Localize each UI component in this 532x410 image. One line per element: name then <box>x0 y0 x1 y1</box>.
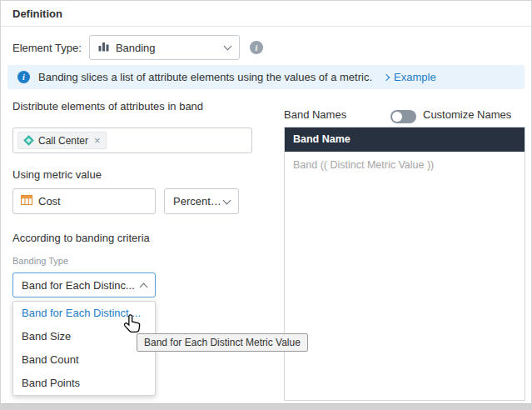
band-names-table: Band Name Band (( Distinct Metric Value … <box>284 127 525 401</box>
title-divider <box>1 26 531 27</box>
chevron-down-icon <box>223 42 231 51</box>
band-name-column-header: Band Name <box>285 128 525 152</box>
banner-info-icon: i <box>17 71 30 83</box>
customize-names-toggle[interactable] <box>390 110 416 123</box>
mouse-cursor-icon <box>122 313 142 338</box>
example-link-label: Example <box>394 71 436 83</box>
value-mode-value: Percentage <box>173 195 224 208</box>
value-mode-select[interactable]: Percentage <box>164 188 239 214</box>
element-type-label: Element Type: <box>12 42 82 54</box>
option-tooltip: Band for Each Distinct Metric Value <box>137 333 308 352</box>
chevron-down-icon <box>223 196 231 204</box>
menu-item-band-count[interactable]: Band Count <box>13 348 155 372</box>
attribute-diamond-icon <box>23 135 34 146</box>
panel-bottom-edge <box>1 403 531 409</box>
attribute-chip-label: Call Center <box>38 135 88 147</box>
attribute-chip[interactable]: Call Center × <box>17 132 107 149</box>
banner-message: Banding slices a list of attribute eleme… <box>38 71 372 83</box>
element-type-row: Element Type: Banding i <box>12 35 263 60</box>
table-row: Band (( Distinct Metric Value )) <box>285 152 525 178</box>
metric-name: Cost <box>38 195 61 208</box>
info-banner: i Banding slices a list of attribute ele… <box>7 65 525 89</box>
distribute-attributes-label: Distribute elements of attributes in ban… <box>12 100 203 112</box>
element-type-value: Banding <box>116 42 225 54</box>
metric-field[interactable]: Cost <box>12 188 156 214</box>
definition-panel: Definition Element Type: Banding i i Ban… <box>0 0 532 410</box>
info-glyph: i <box>22 72 25 82</box>
menu-item-band-points[interactable]: Band Points <box>13 372 155 395</box>
banding-type-value: Band for Each Distinc... <box>22 279 141 292</box>
toggle-knob <box>392 112 402 122</box>
banding-criteria-label: According to banding criteria <box>12 232 150 244</box>
customize-names-label: Customize Names <box>423 108 511 121</box>
example-link[interactable]: Example <box>384 71 436 83</box>
banding-type-label: Banding Type <box>12 256 68 266</box>
info-glyph: i <box>255 43 257 52</box>
attribute-elements-field[interactable]: Call Center × <box>12 128 252 153</box>
element-type-info-icon[interactable]: i <box>250 41 263 54</box>
chevron-up-icon <box>140 282 148 291</box>
metric-icon <box>21 195 32 208</box>
banding-chart-icon <box>98 41 109 54</box>
band-names-label: Band Names <box>284 108 346 121</box>
close-icon[interactable]: × <box>94 135 101 146</box>
panel-title: Definition <box>12 8 62 20</box>
element-type-select[interactable]: Banding <box>89 35 240 60</box>
using-metric-label: Using metric value <box>12 168 102 181</box>
banding-type-select[interactable]: Band for Each Distinc... <box>12 272 156 298</box>
chevron-right-icon <box>383 73 390 80</box>
